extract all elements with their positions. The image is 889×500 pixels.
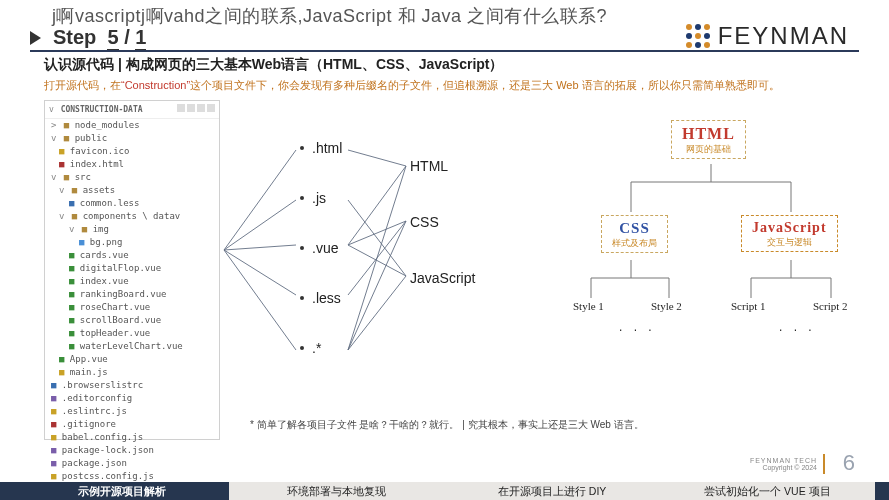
tree-item[interactable]: ■ favicon.ico [49,145,219,158]
tree-item[interactable]: ■ main.js [49,366,219,379]
footnote: * 简单了解各项目子文件 是啥？干啥的？就行。 | 究其根本，事实上还是三大 W… [250,418,644,432]
section-subtitle: 认识源代码 | 构成网页的三大基本Web语言（HTML、CSS、JavaScri… [44,56,503,74]
ext-item: .* [300,340,342,356]
brand-logo: FEYNMAN [686,22,849,50]
footer-edge-right [875,482,889,500]
svg-line-13 [348,276,406,350]
tree-item[interactable]: ■ .gitignore [49,418,219,431]
svg-line-7 [348,166,406,245]
tree-item[interactable]: ■ waterLevelChart.vue [49,340,219,353]
subtitle-head: 认识源代码 [44,56,114,72]
tree-item[interactable]: ■ .eslintrc.js [49,405,219,418]
step-total: 1 [135,26,146,51]
footer-tabs: 示例开源项目解析 环境部署与本地复现 在开源项目上进行 DIY 尝试初始化一个 … [0,482,889,500]
intro-text: 打开源代码，在“Construction”这个项目文件下，你会发现有多种后缀名的… [44,78,849,93]
tree-item[interactable]: ■ .browserslistrc [49,379,219,392]
tree-root-name: CONSTRUCTION-DATA [61,105,143,114]
footer-tab-1[interactable]: 示例开源项目解析 [14,482,229,500]
lang-item: HTML [410,158,475,174]
footer-brand: FEYNMAN TECH Copyright © 2024 [750,457,817,472]
tree-item[interactable]: ■ digitalFlop.vue [49,262,219,275]
hier-js-title: JavaScript [752,220,827,236]
page-number: 6 [843,450,855,476]
hier-dots-left: . . . [619,320,656,334]
brand-dots-icon [686,24,710,48]
tree-item[interactable]: ■ bg.png [49,236,219,249]
svg-line-9 [348,245,406,276]
intro-p1: 打开源代码，在 [44,79,121,91]
hier-leaf-script1: Script 1 [731,300,766,312]
tree-item[interactable]: v ■ assets [49,184,219,197]
hier-js-sub: 交互与逻辑 [752,236,827,249]
svg-line-11 [348,166,406,350]
tree-item[interactable]: ■ scrollBoard.vue [49,314,219,327]
tree-item[interactable]: ■ package-lock.json [49,444,219,457]
tree-item[interactable]: ■ rankingBoard.vue [49,288,219,301]
tree-item[interactable]: ■ index.html [49,158,219,171]
bullet-icon [30,31,41,45]
lang-item: CSS [410,214,475,230]
footer-tab-3[interactable]: 在开源项目上进行 DIY [445,482,660,500]
hierarchy-diagram: HTML 网页的基础 CSS 样式及布局 JavaScript 交互与逻辑 St… [571,120,861,400]
tree-item[interactable]: ■ App.vue [49,353,219,366]
hier-css-box: CSS 样式及布局 [601,215,668,253]
file-tree: v CONSTRUCTION-DATA > ■ node_modulesv ■ … [44,100,220,440]
svg-line-6 [348,200,406,276]
language-list: HTMLCSSJavaScript [410,158,475,326]
ext-item: .js [300,190,342,206]
svg-line-1 [224,200,296,250]
hier-html-title: HTML [682,125,735,143]
tree-item[interactable]: ■ roseChart.vue [49,301,219,314]
hier-leaf-script2: Script 2 [813,300,848,312]
page-number-divider [823,454,825,474]
hier-css-title: CSS [612,220,657,237]
svg-line-10 [348,221,406,295]
footer-tab-2[interactable]: 环境部署与本地复现 [229,482,444,500]
ext-item: .vue [300,240,342,256]
footer-tab-4[interactable]: 尝试初始化一个 VUE 项目 [660,482,875,500]
tree-item[interactable]: ■ index.vue [49,275,219,288]
tree-item[interactable]: > ■ node_modules [49,119,219,132]
intro-highlight: “Construction” [121,79,190,91]
tree-toolbar-icons [175,103,215,116]
ext-item: .less [300,290,342,306]
hier-dots-right: . . . [779,320,816,334]
tree-item[interactable]: v ■ img [49,223,219,236]
intro-p3: 这个项目文件下，你会发现有多种后缀名的子文件，但追根溯源，还是三大 Web 语言… [190,79,780,91]
hierarchy-lines [571,120,861,400]
tree-item[interactable]: v ■ components \ datav [49,210,219,223]
tree-item[interactable]: v ■ src [49,171,219,184]
tree-item[interactable]: ■ package.json [49,457,219,470]
subtitle-desc: 构成网页的三大基本Web语言（HTML、CSS、JavaScript） [126,56,504,72]
hier-leaf-style2: Style 2 [651,300,682,312]
footer-brand-line2: Copyright © 2024 [750,464,817,472]
step-current: 5 [107,26,118,51]
divider [30,50,859,52]
lang-item: JavaScript [410,270,475,286]
hier-css-sub: 样式及布局 [612,237,657,250]
tree-item[interactable]: v ■ public [49,132,219,145]
hier-html-sub: 网页的基础 [682,143,735,156]
subtitle-bar: | [114,56,126,72]
svg-line-12 [348,221,406,350]
tree-item[interactable]: ■ topHeader.vue [49,327,219,340]
tree-item[interactable]: ■ babel.config.js [49,431,219,444]
svg-line-4 [224,250,296,350]
file-tree-header: v CONSTRUCTION-DATA [45,101,219,119]
hier-leaf-style1: Style 1 [573,300,604,312]
slide: j啊vascriptj啊vahd之间的联系,JavaScript 和 Java … [0,0,889,500]
svg-line-0 [224,150,296,250]
extension-list: .html.js.vue.less.* [300,140,342,356]
tree-item[interactable]: ■ .editorconfig [49,392,219,405]
step-label: Step 5 / 1 [53,26,146,49]
tree-item[interactable]: ■ common.less [49,197,219,210]
svg-line-3 [224,250,296,295]
footer-edge-left [0,482,14,500]
ext-item: .html [300,140,342,156]
hier-js-box: JavaScript 交互与逻辑 [741,215,838,252]
svg-line-2 [224,245,296,250]
svg-line-8 [348,221,406,245]
brand-text: FEYNMAN [718,22,849,50]
file-tree-list: > ■ node_modulesv ■ public■ favicon.ico■… [45,119,219,500]
tree-item[interactable]: ■ cards.vue [49,249,219,262]
